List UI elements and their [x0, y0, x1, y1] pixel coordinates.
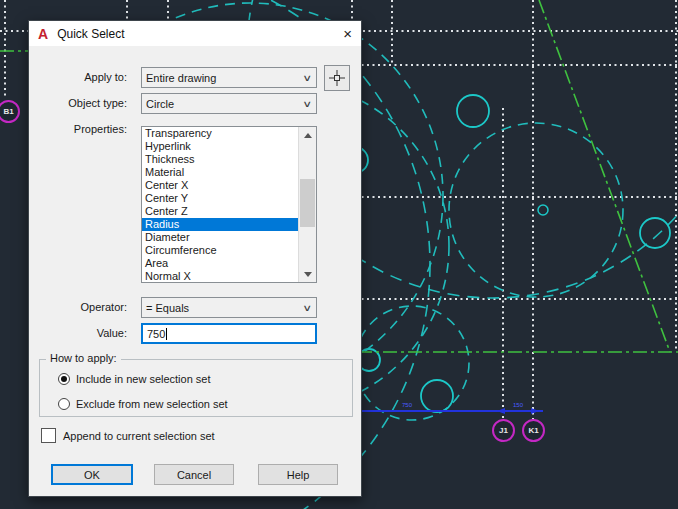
- scroll-up-icon[interactable]: [299, 127, 316, 143]
- cancel-button[interactable]: Cancel: [154, 464, 234, 485]
- object-type-value: Circle: [146, 98, 174, 110]
- property-item[interactable]: Hyperlink: [142, 140, 300, 153]
- scroll-down-icon[interactable]: [299, 266, 316, 282]
- append-selection-checkbox-row[interactable]: Append to current selection set: [41, 428, 215, 443]
- circle-center-marker: [538, 205, 548, 215]
- autocad-drawing-area[interactable]: B1 J1 K1 750 150 A Quick Select × Apply …: [0, 0, 678, 509]
- how-to-apply-group: How to apply: Include in new selection s…: [39, 359, 353, 417]
- operator-dropdown[interactable]: = Equals ∨: [141, 297, 317, 318]
- object-type-label: Object type:: [37, 93, 127, 114]
- radio-exclude-new-selection[interactable]: Exclude from new selection set: [58, 397, 228, 411]
- autocad-logo-icon: A: [38, 27, 48, 41]
- select-objects-button[interactable]: [324, 65, 350, 91]
- chevron-down-icon: ∨: [303, 73, 313, 83]
- property-item[interactable]: Area: [142, 257, 300, 270]
- apply-to-value: Entire drawing: [146, 72, 216, 84]
- value-text: 750: [147, 328, 165, 340]
- value-input[interactable]: 750: [141, 323, 317, 344]
- apply-to-label: Apply to:: [37, 67, 127, 88]
- property-item[interactable]: Center Z: [142, 205, 300, 218]
- scrollbar-thumb[interactable]: [300, 179, 315, 227]
- property-item[interactable]: Material: [142, 166, 300, 179]
- operator-value: = Equals: [146, 302, 189, 314]
- close-icon[interactable]: ×: [343, 26, 352, 41]
- dialog-title: Quick Select: [57, 27, 124, 41]
- property-item[interactable]: Center X: [142, 179, 300, 192]
- property-item[interactable]: Thickness: [142, 153, 300, 166]
- checkbox-unchecked-icon[interactable]: [41, 428, 56, 443]
- radio-exclude-label: Exclude from new selection set: [76, 398, 228, 410]
- apply-to-dropdown[interactable]: Entire drawing ∨: [141, 67, 317, 88]
- radio-include-label: Include in new selection set: [76, 373, 211, 385]
- dimension-value-right: 150: [508, 402, 528, 408]
- value-label: Value:: [37, 323, 127, 344]
- properties-list[interactable]: Transparency Hyperlink Thickness Materia…: [141, 126, 317, 283]
- dialog-titlebar[interactable]: A Quick Select ×: [29, 21, 361, 46]
- property-item[interactable]: Transparency: [142, 127, 300, 140]
- crosshair-pick-icon: [329, 70, 345, 86]
- solid-circles: [342, 95, 670, 412]
- quick-select-dialog: A Quick Select × Apply to: Entire drawin…: [28, 20, 362, 497]
- grid-bubble-j1[interactable]: J1: [492, 419, 515, 442]
- dimension-value-left: 750: [397, 402, 417, 408]
- property-item[interactable]: Normal X: [142, 270, 300, 283]
- property-item-selected[interactable]: Radius: [142, 218, 300, 231]
- properties-scrollbar[interactable]: [298, 127, 316, 282]
- chevron-down-icon: ∨: [303, 99, 313, 109]
- how-to-apply-label: How to apply:: [46, 352, 121, 364]
- text-caret: [166, 328, 167, 340]
- radio-unchecked-icon[interactable]: [58, 398, 70, 410]
- grid-bubble-k1[interactable]: K1: [522, 419, 545, 442]
- radio-checked-icon[interactable]: [58, 373, 70, 385]
- properties-label: Properties:: [37, 122, 127, 136]
- property-item[interactable]: Circumference: [142, 244, 300, 257]
- radio-include-new-selection[interactable]: Include in new selection set: [58, 372, 211, 386]
- chevron-down-icon: ∨: [303, 303, 313, 313]
- append-checkbox-label: Append to current selection set: [63, 430, 215, 442]
- operator-label: Operator:: [37, 297, 127, 318]
- ok-button[interactable]: OK: [51, 464, 133, 485]
- help-button[interactable]: Help: [258, 464, 338, 485]
- object-type-dropdown[interactable]: Circle ∨: [141, 93, 317, 114]
- property-item[interactable]: Center Y: [142, 192, 300, 205]
- property-item[interactable]: Diameter: [142, 231, 300, 244]
